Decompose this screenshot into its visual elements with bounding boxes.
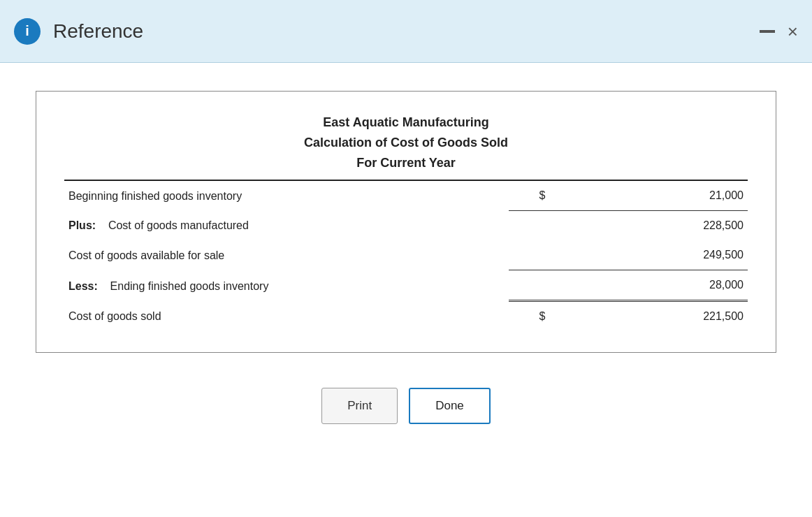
print-button[interactable]: Print <box>321 388 398 424</box>
report-title: Calculation of Cost of Goods Sold <box>64 133 748 153</box>
page-title: Reference <box>53 20 143 43</box>
row-dollar-sign: $ <box>509 301 550 332</box>
row-dollar-sign <box>509 240 550 270</box>
table-row: Beginning finished goods inventory$21,00… <box>64 181 748 211</box>
row-dollar-sign <box>509 211 550 241</box>
window-controls: × <box>760 22 798 41</box>
row-label: Cost of goods available for sale <box>64 240 509 270</box>
done-button[interactable]: Done <box>409 388 491 424</box>
report-period: For Current Year <box>64 153 748 173</box>
buttons-row: Print Done <box>321 388 491 424</box>
row-label: Plus: Cost of goods manufactured <box>64 211 509 241</box>
row-amount: 228,500 <box>549 211 748 241</box>
table-row: Cost of goods available for sale249,500 <box>64 240 748 270</box>
row-label: Less: Ending finished goods inventory <box>64 270 509 301</box>
company-name: East Aquatic Manufacturing <box>64 112 748 133</box>
row-amount: 249,500 <box>549 240 748 270</box>
report-box: East Aquatic Manufacturing Calculation o… <box>36 91 776 353</box>
row-amount: 21,000 <box>549 181 748 211</box>
close-button[interactable]: × <box>788 22 798 41</box>
report-table: Beginning finished goods inventory$21,00… <box>64 181 748 331</box>
row-amount: 221,500 <box>549 301 748 332</box>
table-row: Plus: Cost of goods manufactured228,500 <box>64 211 748 241</box>
row-dollar-sign <box>509 270 550 301</box>
minimize-button[interactable] <box>760 30 775 33</box>
row-amount: 28,000 <box>549 270 748 301</box>
row-dollar-sign: $ <box>509 181 550 211</box>
info-icon: i <box>14 18 41 45</box>
main-content: East Aquatic Manufacturing Calculation o… <box>0 63 812 452</box>
row-label: Beginning finished goods inventory <box>64 181 509 211</box>
title-bar: i Reference × <box>0 0 812 63</box>
report-header: East Aquatic Manufacturing Calculation o… <box>64 112 748 173</box>
row-label: Cost of goods sold <box>64 301 509 332</box>
table-row: Cost of goods sold$221,500 <box>64 301 748 332</box>
table-row: Less: Ending finished goods inventory28,… <box>64 270 748 301</box>
